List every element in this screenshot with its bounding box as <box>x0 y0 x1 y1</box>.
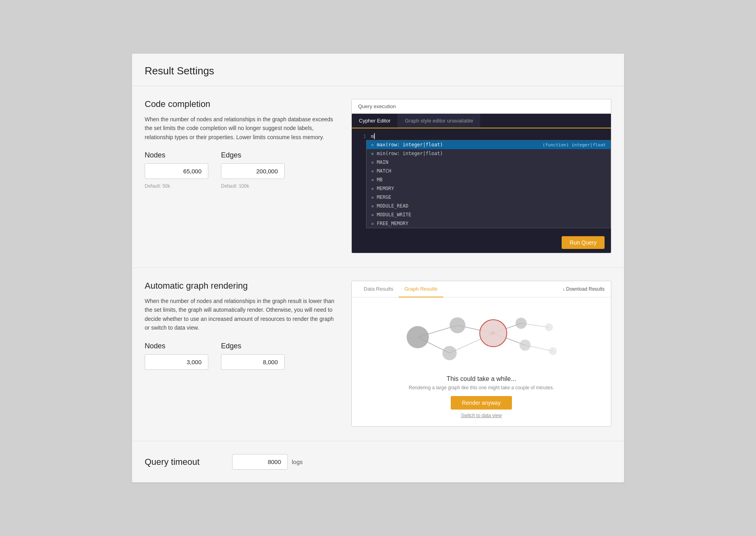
autocomplete-text-0: max(row: integer|float) <box>377 142 443 148</box>
query-execution-preview: Query execution Cypher Editor Graph styl… <box>351 99 611 253</box>
cypher-editor-tab[interactable]: Cypher Editor <box>352 114 397 128</box>
svg-point-12 <box>480 320 507 347</box>
graph-visual-area: This could take a while... Rendering a l… <box>352 297 611 426</box>
run-query-area: Run Query <box>352 232 611 253</box>
autocomplete-item-6[interactable]: ≡ MERGE <box>366 193 611 202</box>
query-execution-card: Query execution Cypher Editor Graph styl… <box>351 99 611 253</box>
editor-tabs-bar: Cypher Editor Graph style editor unavail… <box>352 114 611 128</box>
code-editor-area: 1 m ⊕ max(row: integer|float) (function)… <box>352 128 611 232</box>
nodes-field-group: Nodes Default: 50k <box>145 151 208 189</box>
autocomplete-icon-1: ⊕ <box>371 151 374 156</box>
code-cursor: m <box>371 133 375 139</box>
autocomplete-text-7: MODULE_READ <box>377 203 408 209</box>
nodes-default: Default: 50k <box>145 183 170 189</box>
timeout-row: Query timeout logs <box>145 454 611 470</box>
code-completion-left: Code completion When the number of nodes… <box>145 99 335 189</box>
timeout-input-wrap: logs <box>232 454 303 470</box>
render-anyway-button[interactable]: Render anyway <box>451 396 512 410</box>
graph-message-sub: Rendering a large graph like this one mi… <box>409 385 554 390</box>
timeout-label: Query timeout <box>145 457 224 467</box>
autocomplete-icon-8: ≡ <box>371 213 374 217</box>
switch-to-data-link[interactable]: Switch to data view <box>461 413 502 418</box>
autocomplete-item-2[interactable]: ≡ MAIN <box>366 158 611 167</box>
autocomplete-item-9[interactable]: ≡ FREE_MEMORY <box>366 219 611 228</box>
auto-graph-rendering-section: Automatic graph rendering When the numbe… <box>132 268 624 441</box>
graph-edges-label: Edges <box>221 342 285 350</box>
autocomplete-text-5: MEMORY <box>377 186 394 191</box>
autocomplete-icon-4: ≡ <box>371 178 374 182</box>
autocomplete-icon-0: ⊕ <box>371 143 374 147</box>
graph-style-tab[interactable]: Graph style editor unavailable <box>397 114 480 128</box>
autocomplete-icon-7: ≡ <box>371 204 374 208</box>
autocomplete-text-2: MAIN <box>377 159 388 165</box>
autocomplete-item-1[interactable]: ⊕ min(row: integer|float) <box>366 149 611 158</box>
graph-nodes-label: Nodes <box>145 342 208 350</box>
query-execution-header: Query execution <box>352 99 611 114</box>
nodes-input[interactable] <box>145 163 208 179</box>
auto-graph-desc: When the number of nodes and relationshi… <box>145 297 335 332</box>
autocomplete-icon-2: ≡ <box>371 160 374 165</box>
code-line-1: 1 m <box>352 132 611 140</box>
auto-graph-fields: Nodes Edges <box>145 342 335 373</box>
code-completion-heading: Code completion <box>145 99 335 109</box>
graph-results-preview: Data Results Graph Results ↓ Download Re… <box>351 281 611 427</box>
timeout-unit: logs <box>292 458 303 465</box>
code-completion-desc: When the number of nodes and relationshi… <box>145 115 335 142</box>
autocomplete-text-9: FREE_MEMORY <box>377 221 408 226</box>
edges-label: Edges <box>221 151 285 159</box>
svg-point-9 <box>407 326 429 348</box>
autocomplete-item-3[interactable]: ≡ MATCH <box>366 167 611 175</box>
autocomplete-text-8: MODULE_WRITE <box>377 212 411 218</box>
download-results[interactable]: ↓ Download Results <box>562 286 605 292</box>
auto-graph-left: Automatic graph rendering When the numbe… <box>145 281 335 373</box>
graph-nodes-input[interactable] <box>145 354 208 370</box>
graph-nodes-field-group: Nodes <box>145 342 208 373</box>
autocomplete-icon-3: ≡ <box>371 169 374 173</box>
graph-message-title: This could take a while... <box>446 375 516 383</box>
graph-edges-input[interactable] <box>221 354 285 370</box>
code-completion-section: Code completion When the number of nodes… <box>132 86 624 268</box>
data-results-tab[interactable]: Data Results <box>358 281 399 297</box>
autocomplete-item-5[interactable]: ≡ MEMORY <box>366 184 611 193</box>
autocomplete-text-4: MB <box>377 177 382 183</box>
graph-svg-container <box>360 305 603 369</box>
line-number: 1 <box>357 134 366 139</box>
autocomplete-item-4[interactable]: ≡ MB <box>366 175 611 184</box>
nodes-label: Nodes <box>145 151 208 159</box>
autocomplete-type-0: (function) integer|float <box>543 142 606 148</box>
edges-default: Default: 100k <box>221 183 249 189</box>
autocomplete-text-1: min(row: integer|float) <box>377 151 443 156</box>
graph-edges-field-group: Edges <box>221 342 285 373</box>
svg-point-14 <box>520 340 531 351</box>
svg-point-15 <box>545 323 553 331</box>
code-completion-fields: Nodes Default: 50k Edges Default: 100k <box>145 151 335 189</box>
autocomplete-text-6: MERGE <box>377 194 391 200</box>
graph-results-tab[interactable]: Graph Results <box>399 281 443 297</box>
svg-point-16 <box>549 347 557 355</box>
autocomplete-icon-6: ≡ <box>371 195 374 200</box>
autocomplete-item-8[interactable]: ≡ MODULE_WRITE <box>366 210 611 219</box>
autocomplete-item-7[interactable]: ≡ MODULE_READ <box>366 202 611 210</box>
autocomplete-icon-9: ≡ <box>371 221 374 226</box>
settings-card: Result Settings Code completion When the… <box>132 53 624 483</box>
auto-graph-heading: Automatic graph rendering <box>145 281 335 291</box>
run-query-button[interactable]: Run Query <box>562 236 605 249</box>
svg-point-11 <box>442 346 457 360</box>
page-title: Result Settings <box>132 54 624 86</box>
timeout-input[interactable] <box>232 454 288 470</box>
svg-point-13 <box>516 318 527 329</box>
autocomplete-icon-5: ≡ <box>371 186 374 191</box>
svg-point-10 <box>450 317 465 333</box>
autocomplete-dropdown: ⊕ max(row: integer|float) (function) int… <box>366 140 611 228</box>
autocomplete-item-0[interactable]: ⊕ max(row: integer|float) (function) int… <box>366 140 611 149</box>
edges-field-group: Edges Default: 100k <box>221 151 285 189</box>
edges-input[interactable] <box>221 163 285 179</box>
query-timeout-section: Query timeout logs <box>132 441 624 482</box>
autocomplete-text-3: MATCH <box>377 168 391 174</box>
graph-tabs-bar: Data Results Graph Results ↓ Download Re… <box>352 281 611 297</box>
graph-svg <box>360 305 603 369</box>
graph-preview-card: Data Results Graph Results ↓ Download Re… <box>351 281 611 427</box>
